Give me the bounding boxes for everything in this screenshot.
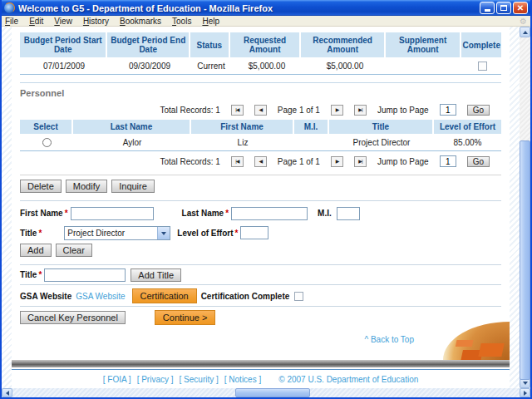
new-title-input[interactable] [44,268,126,282]
privacy-link[interactable]: [ Privacy ] [137,375,174,384]
required-marker: * [65,209,68,218]
arrow-right-icon [524,391,530,396]
col-mi: M.I. [294,120,329,134]
clear-button[interactable]: Clear [56,244,92,257]
effort-value: 85.00% [434,134,501,150]
minimize-button[interactable] [480,2,495,14]
menu-history[interactable]: History [83,17,109,26]
certification-complete-checkbox[interactable] [294,292,303,301]
maximize-button[interactable] [496,2,511,14]
select-radio[interactable] [42,138,52,147]
scroll-left-button[interactable] [2,388,12,397]
title-select-value: Project Director [65,229,157,238]
title-select[interactable]: Project Director [64,226,170,240]
menu-tools[interactable]: Tools [172,17,191,26]
go-button[interactable]: Go [467,105,490,116]
back-to-top-link[interactable]: ^ Back to Top [364,335,414,344]
notices-link[interactable]: [ Notices ] [224,375,261,384]
page-indicator: Page 1 of 1 [278,106,320,115]
page-footer: [ FOIA ] [ Privacy ] [ Security ] [ Noti… [12,370,510,388]
mi-input[interactable] [337,207,360,220]
menu-file[interactable]: File [5,17,18,26]
mi-value [294,134,329,150]
add-title-button[interactable]: Add Title [131,268,181,282]
jump-to-page-input[interactable] [440,155,456,167]
scroll-right-button[interactable] [520,388,530,397]
divider [20,264,501,265]
scroll-up-button[interactable] [520,27,530,37]
recommended-value: $5,000.00 [303,57,387,74]
personnel-pager-bottom: Total Records: 1 |◀ ◀ Page 1 of 1 ▶ ▶| J… [20,155,490,168]
last-name-input[interactable] [231,207,308,220]
last-page-icon[interactable]: ▶| [354,105,367,116]
security-link[interactable]: [ Security ] [180,375,219,384]
prev-page-icon[interactable]: ◀ [254,156,267,167]
throbber-icon: ⚙ [520,17,527,26]
budget-row: 07/01/2009 09/30/2009 Current $5,000.00 … [20,57,501,75]
first-name-label: First Name [20,209,63,218]
window-title: Welcome to G5 - Department of Education … [18,3,480,13]
minimize-icon [485,9,490,12]
col-budget-end: Budget Period End Date [107,32,190,57]
close-button[interactable]: ✕ [513,2,528,14]
prev-page-icon[interactable]: ◀ [254,105,267,116]
required-marker: * [225,209,229,218]
status-value: Current [191,57,231,74]
gsa-website-link[interactable]: GSA Website [76,292,125,301]
delete-button[interactable]: Delete [20,180,62,193]
close-icon: ✕ [517,4,524,12]
title-bar: Welcome to G5 - Department of Education … [2,0,530,16]
arrow-left-icon [3,391,9,396]
last-page-icon[interactable]: ▶| [354,156,367,167]
col-effort: Level of Effort [434,120,501,134]
add-button[interactable]: Add [20,244,52,257]
jump-to-page-label: Jump to Page [377,157,429,166]
inquire-button[interactable]: Inquire [111,180,155,193]
foia-link[interactable]: [ FOIA ] [103,375,131,384]
modify-button[interactable]: Modify [66,180,107,193]
go-button[interactable]: Go [467,156,490,167]
menu-edit[interactable]: Edit [29,17,43,26]
effort-input[interactable] [240,226,268,239]
maximize-icon [500,5,507,11]
budget-table: Budget Period Start Date Budget Period E… [20,32,501,75]
add-clear-actions: Add Clear [20,244,501,257]
chevron-down-icon[interactable] [157,227,170,239]
total-records-label: Total Records: 1 [160,106,220,115]
copyright-text: © 2007 U.S. Department of Education [278,375,418,384]
vertical-scroll-thumb[interactable] [520,140,530,380]
last-name-label: Last Name [182,209,224,218]
arrow-up-icon [523,28,528,34]
personnel-table-header: Select Last Name First Name M.I. Title L… [20,120,501,134]
horizontal-scroll-track[interactable] [12,388,520,397]
record-actions: Delete Modify Inquire [20,180,501,193]
vertical-scroll-track[interactable] [520,37,530,377]
last-name-value: Aylor [73,134,191,150]
first-page-icon[interactable]: |◀ [231,156,244,167]
requested-value: $5,000.00 [231,57,303,74]
name-form-row: First Name * Last Name * M.I. [20,207,501,220]
menu-bar: File Edit View History Bookmarks Tools H… [2,16,530,27]
next-page-icon[interactable]: ▶ [331,105,343,116]
budget-end-value: 09/30/2009 [108,57,191,74]
cancel-key-personnel-button[interactable]: Cancel Key Personnel [20,311,126,324]
vertical-scrollbar[interactable] [520,27,530,388]
menu-bookmarks[interactable]: Bookmarks [120,17,161,26]
divider [20,306,501,307]
required-marker: * [38,270,42,279]
horizontal-scrollbar[interactable] [2,388,530,397]
certification-complete-label: Certification Complete [201,292,290,301]
first-page-icon[interactable]: |◀ [231,105,244,116]
next-page-icon[interactable]: ▶ [331,156,343,167]
menu-view[interactable]: View [54,17,72,26]
col-supplement: Supplement Amount [386,32,462,57]
title-form-row: Title * Project Director Level of Effort… [20,226,501,240]
certification-button[interactable]: Certification [132,288,197,303]
jump-to-page-label: Jump to Page [377,106,429,115]
complete-checkbox[interactable] [478,62,487,71]
continue-button[interactable]: Continue > [155,310,216,325]
menu-help[interactable]: Help [202,17,219,26]
first-name-input[interactable] [71,207,154,220]
jump-to-page-input[interactable] [440,104,456,116]
horizontal-scroll-thumb[interactable] [235,388,310,397]
